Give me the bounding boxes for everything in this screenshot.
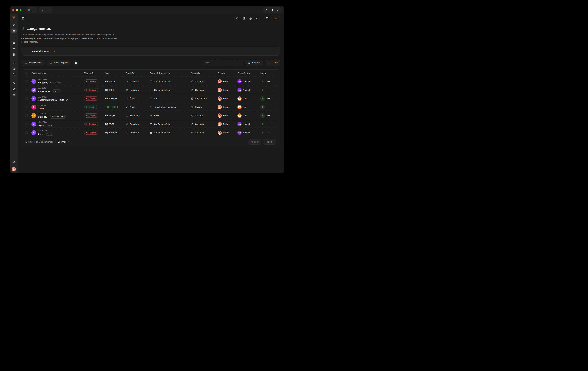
user-avatar[interactable]	[12, 167, 16, 171]
row-checkbox[interactable]	[25, 89, 28, 91]
establishment-avatar: CN	[31, 113, 36, 118]
new-expense-button[interactable]: Nova Despesa	[47, 60, 71, 66]
sidebar-item-users[interactable]	[11, 60, 17, 65]
new-income-button[interactable]: Nova Receita	[21, 60, 45, 66]
search-input[interactable]	[202, 60, 243, 66]
payer-avatar	[218, 113, 222, 118]
sidebar-item-report[interactable]	[11, 86, 17, 92]
confirm-thumbs-up-button[interactable]	[260, 88, 265, 93]
sidebar-item-clipboard[interactable]	[11, 72, 17, 77]
export-label: Exportar	[252, 62, 260, 64]
page-size-select[interactable]: 30 linhas	[55, 139, 72, 144]
actions-cell	[260, 79, 277, 84]
sidebar-item-dashboard[interactable]	[11, 22, 17, 28]
select-all-checkbox[interactable]	[25, 72, 28, 75]
previous-month-icon[interactable]	[26, 50, 28, 52]
export-button[interactable]: Exportar	[245, 60, 263, 66]
payer-name: Felipe	[223, 89, 229, 91]
establishment-avatar: L	[31, 122, 36, 127]
col-header-transacao: Transação	[84, 72, 105, 74]
payer-cell: Felipe	[218, 79, 237, 83]
chat-icon[interactable]	[264, 16, 270, 21]
next-page-button[interactable]: Próximo	[263, 139, 276, 145]
row-checkbox[interactable]	[25, 106, 28, 108]
new-tab-icon[interactable]	[271, 9, 274, 11]
sidebar-item-tag[interactable]	[11, 66, 17, 71]
row-checkbox[interactable]	[25, 97, 28, 100]
more-actions-button[interactable]	[267, 97, 270, 100]
previous-page-button[interactable]: Anterior	[248, 139, 261, 145]
row-checkbox[interactable]	[25, 131, 28, 134]
quick-add-button[interactable]	[73, 60, 79, 66]
sidebar-toggle-group[interactable]	[26, 7, 37, 13]
confirm-thumbs-up-button[interactable]	[260, 122, 265, 127]
more-actions-button[interactable]	[267, 105, 270, 109]
zoom-window-button[interactable]	[20, 9, 22, 11]
status-dot	[86, 124, 87, 125]
share-icon[interactable]	[265, 9, 268, 11]
back-icon[interactable]	[41, 9, 44, 11]
chevron-down-icon	[33, 9, 35, 11]
sidebar-item-accounts[interactable]	[11, 92, 17, 97]
more-actions-button[interactable]	[267, 114, 270, 117]
logout-button[interactable]: Sair	[271, 16, 280, 21]
tab-overview-icon[interactable]	[277, 9, 279, 11]
forward-icon[interactable]	[48, 9, 50, 11]
row-checkbox[interactable]	[25, 114, 28, 117]
minimize-window-button[interactable]	[16, 9, 18, 11]
window-titlebar	[10, 6, 284, 14]
more-actions-button[interactable]	[267, 123, 270, 126]
filters-button[interactable]: Filtros	[265, 60, 280, 66]
account-cell: itaú Itaú	[237, 96, 260, 101]
row-checkbox[interactable]	[25, 80, 28, 83]
establishment-name: Store	[38, 133, 44, 135]
payer-cell: Felipe	[218, 96, 237, 101]
bank-brand-icon: nu	[237, 122, 242, 126]
more-actions-button[interactable]	[267, 88, 270, 92]
confirm-thumbs-up-button[interactable]	[260, 113, 265, 118]
calculator-icon[interactable]	[241, 16, 247, 21]
transaction-date: dom, 04 jan.	[38, 130, 54, 132]
account-cell: nu Nubank	[237, 122, 260, 126]
payer-cell: Felipe	[218, 131, 237, 135]
sidebar-item-performance[interactable]	[11, 52, 17, 57]
svg-text:nu: nu	[238, 89, 241, 91]
svg-text:nu: nu	[238, 132, 241, 134]
sidebar-item-transactions[interactable]	[11, 28, 17, 33]
sidebar-item-ai[interactable]	[11, 81, 17, 86]
status-dot	[86, 81, 87, 82]
download-icon	[248, 61, 251, 64]
settings-gear-icon[interactable]	[11, 159, 17, 165]
new-expense-label: Nova Despesa	[54, 62, 68, 64]
sun-icon[interactable]	[254, 16, 260, 21]
status-dot	[86, 98, 87, 99]
sidebar-item-bank[interactable]	[11, 46, 17, 51]
more-actions-button[interactable]	[267, 80, 270, 83]
collapse-sidebar-icon[interactable]	[21, 17, 24, 20]
col-header-conta-cartao: Conta/Cartão	[237, 72, 260, 74]
next-month-icon[interactable]	[53, 50, 55, 52]
bell-icon[interactable]	[234, 16, 240, 21]
category-label: Pagamentos	[195, 97, 207, 100]
confirm-thumbs-up-button[interactable]	[260, 96, 265, 101]
installment-badge: 2 de 10	[45, 132, 54, 136]
row-checkbox[interactable]	[25, 123, 28, 125]
payer-cell: Felipe	[218, 88, 237, 92]
col-header-condicao: Condição	[126, 72, 150, 74]
transaction-value: -R$ 333,34	[105, 89, 126, 91]
confirm-thumbs-up-button[interactable]	[260, 79, 265, 84]
confirm-thumbs-up-button[interactable]	[260, 130, 265, 135]
confirm-thumbs-up-button[interactable]	[260, 105, 265, 110]
close-window-button[interactable]	[12, 9, 14, 11]
sidebar-item-card[interactable]	[11, 40, 17, 45]
category-icon	[191, 97, 194, 100]
bank-brand-icon: nu	[237, 79, 242, 83]
eye-icon[interactable]	[248, 16, 253, 21]
svg-text:itaú: itaú	[239, 98, 241, 99]
sidebar-item-calendar[interactable]	[11, 34, 17, 39]
divider	[262, 17, 262, 20]
more-actions-button[interactable]	[267, 131, 270, 134]
svg-text:itaú: itaú	[239, 107, 241, 108]
payment-method-label: Pix	[154, 97, 157, 100]
category-cell: Salário	[191, 106, 218, 108]
